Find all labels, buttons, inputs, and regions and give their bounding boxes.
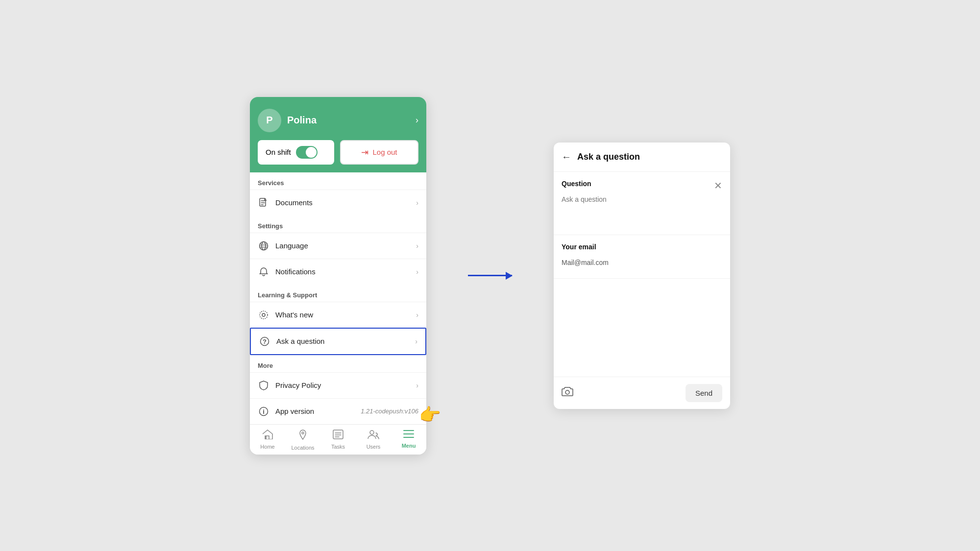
question-input[interactable] [562, 195, 722, 225]
hand-pointer-emoji: 👉 [419, 405, 441, 425]
svg-point-11 [370, 431, 374, 434]
email-label: Your email [562, 243, 722, 251]
nav-locations-label: Locations [291, 445, 314, 451]
ask-question-icon: ? [259, 335, 270, 347]
language-icon [258, 240, 270, 252]
svg-rect-10 [333, 430, 343, 439]
app-version-label: App version [275, 407, 361, 415]
logout-button[interactable]: ⇥ Log out [340, 140, 418, 165]
documents-label: Documents [275, 198, 416, 207]
arrow-line [468, 275, 512, 276]
svg-point-9 [302, 432, 304, 434]
svg-point-12 [565, 390, 569, 394]
settings-section-label: Settings [250, 216, 426, 233]
notifications-chevron-icon: › [416, 268, 418, 276]
app-version-menu-item: i App version 1.21-codepush:v106 [250, 398, 426, 424]
back-button[interactable]: ← [562, 151, 571, 163]
services-section-label: Services [250, 172, 426, 190]
nav-menu[interactable]: Menu [391, 425, 426, 455]
nav-tasks[interactable]: Tasks [320, 425, 356, 455]
profile-chevron-icon[interactable]: › [416, 115, 418, 125]
nav-users-label: Users [367, 444, 381, 450]
documents-chevron-icon: › [416, 199, 418, 207]
ask-panel-header: ← Ask a question [554, 143, 730, 172]
on-shift-label: On shift [266, 148, 291, 156]
home-icon [262, 430, 273, 442]
app-version-value: 1.21-codepush:v106 [361, 407, 418, 415]
ask-question-panel: ← Ask a question Question ✕ Your email [554, 143, 730, 409]
svg-point-4 [262, 313, 265, 316]
bottom-navigation: Home Locations [250, 424, 426, 455]
question-section: Question ✕ [554, 172, 730, 235]
ask-question-chevron-icon: › [415, 337, 417, 345]
nav-home[interactable]: Home [250, 425, 285, 455]
language-chevron-icon: › [416, 242, 418, 250]
privacy-policy-icon [258, 380, 270, 391]
documents-icon [258, 197, 270, 209]
on-shift-button[interactable]: On shift [258, 140, 334, 165]
camera-button[interactable] [562, 386, 573, 400]
svg-text:?: ? [263, 338, 267, 345]
email-input[interactable] [562, 255, 722, 270]
ask-question-label: Ask a question [276, 337, 415, 345]
notifications-menu-item[interactable]: Notifications › [250, 259, 426, 285]
svg-point-3 [260, 311, 268, 319]
avatar: P [258, 109, 281, 132]
whats-new-chevron-icon: › [416, 311, 418, 319]
menu-icon [403, 430, 414, 441]
privacy-policy-menu-item[interactable]: Privacy Policy › [250, 372, 426, 398]
send-button[interactable]: Send [686, 384, 722, 402]
nav-locations[interactable]: Locations [285, 425, 320, 455]
nav-menu-label: Menu [402, 443, 416, 449]
users-icon [368, 430, 379, 442]
locations-icon [299, 430, 307, 443]
whats-new-icon [258, 309, 270, 321]
tasks-icon [333, 430, 343, 442]
toggle-knob [306, 147, 317, 158]
ask-question-menu-item[interactable]: ? Ask a question › [250, 328, 426, 355]
privacy-policy-chevron-icon: › [416, 382, 418, 389]
language-menu-item[interactable]: Language › [250, 233, 426, 259]
app-version-icon: i [258, 406, 270, 417]
logout-icon: ⇥ [361, 147, 368, 158]
notifications-label: Notifications [275, 267, 416, 276]
documents-menu-item[interactable]: Documents › [250, 190, 426, 216]
learning-section-label: Learning & Support [250, 285, 426, 302]
ask-panel-title: Ask a question [577, 152, 722, 162]
close-button[interactable]: ✕ [714, 180, 722, 192]
ask-panel-footer: Send [554, 377, 730, 409]
notifications-icon [258, 266, 270, 278]
profile-name: Polina [287, 115, 317, 126]
ask-panel-body: Question ✕ Your email [554, 172, 730, 279]
whats-new-menu-item[interactable]: What's new › [250, 302, 426, 328]
on-shift-toggle[interactable] [296, 146, 318, 159]
email-section: Your email [554, 235, 730, 279]
whats-new-label: What's new [275, 311, 416, 319]
question-label: Question [562, 180, 591, 188]
more-section-label: More [250, 355, 426, 372]
nav-home-label: Home [260, 444, 274, 450]
language-label: Language [275, 241, 416, 250]
nav-users[interactable]: Users [356, 425, 391, 455]
logout-label: Log out [372, 148, 397, 156]
svg-text:i: i [263, 408, 265, 415]
privacy-policy-label: Privacy Policy [275, 381, 416, 389]
nav-tasks-label: Tasks [331, 444, 345, 450]
